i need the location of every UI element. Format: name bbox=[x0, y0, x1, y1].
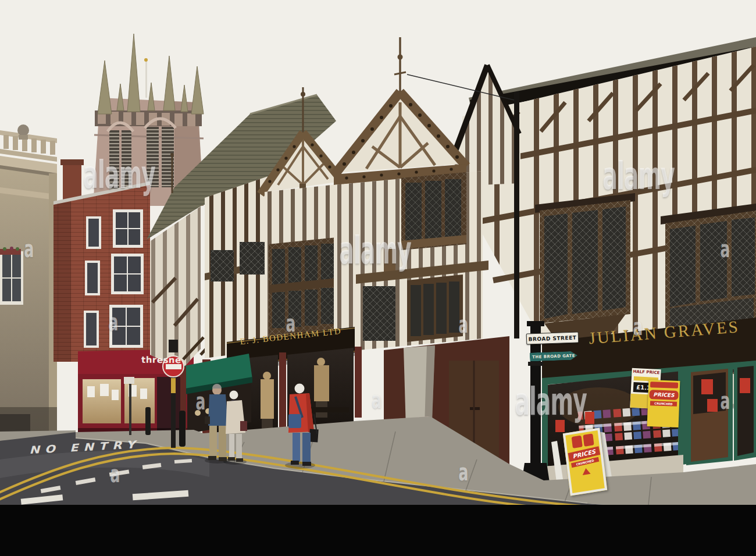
a-board-sign: PRICES CRUNCHED bbox=[563, 427, 607, 496]
broad-street-sign: BROAD STREET bbox=[526, 332, 579, 344]
stone-building bbox=[0, 124, 57, 443]
stock-photo-frame: thresne E. J. BODENHAM LTD BROAD STREET … bbox=[0, 0, 756, 556]
broad-gate-arrow-sign: THE BROAD GATE bbox=[530, 351, 577, 362]
stone-building-window bbox=[0, 247, 23, 305]
photo-ludlow-broad-street: thresne E. J. BODENHAM LTD BROAD STREET … bbox=[0, 0, 756, 505]
ball-finial bbox=[17, 124, 29, 136]
big-gable-bay-window bbox=[401, 172, 466, 250]
blue-shoulder-bag bbox=[288, 414, 301, 428]
weathervane-icon bbox=[144, 58, 148, 62]
jg-side-window bbox=[734, 361, 756, 461]
bollard bbox=[179, 411, 186, 447]
half-price-title: HALF PRICE bbox=[632, 368, 661, 376]
downpipe bbox=[514, 92, 519, 338]
poster-crunched-text: CRUNCHED bbox=[650, 401, 677, 407]
bollard bbox=[145, 407, 151, 435]
sash-windows bbox=[84, 209, 144, 348]
poster-prices-text: PRICES bbox=[649, 390, 679, 400]
mannequin bbox=[261, 372, 274, 430]
threshers-sign-text: thresne bbox=[141, 355, 183, 366]
corbel-grotesque bbox=[384, 249, 395, 273]
threshers-door bbox=[157, 377, 180, 432]
jg-door bbox=[686, 363, 733, 465]
left-oriel-window bbox=[535, 193, 635, 343]
scene-art bbox=[0, 0, 756, 505]
prices-crunched-poster: PRICES CRUNCHED bbox=[647, 380, 680, 427]
aboard-triangle-icon bbox=[582, 468, 590, 475]
alamy-footer-bar: alamy Image ID: B3JTB3 www.alamy.com bbox=[0, 505, 756, 556]
